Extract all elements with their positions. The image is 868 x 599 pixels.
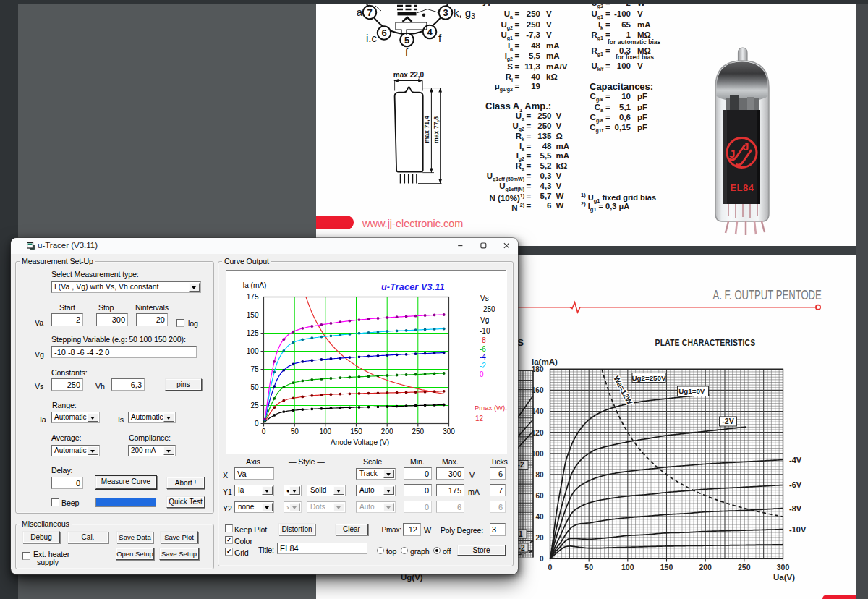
svg-text:100: 100 [621,563,634,572]
svg-text:Anode Voltage (V): Anode Voltage (V) [331,438,389,446]
svg-text:300: 300 [777,563,790,572]
svg-text:Ua(V): Ua(V) [773,573,795,582]
svg-text:max 71,4: max 71,4 [423,116,430,143]
svg-text:250: 250 [483,305,495,313]
svg-text:6: 6 [381,27,386,38]
svg-text:-10V: -10V [789,525,807,534]
svg-text:60: 60 [535,492,544,500]
svg-text:40: 40 [535,513,544,521]
svg-text:Vs =: Vs = [480,294,495,302]
svg-text:0: 0 [480,370,484,378]
svg-text:75: 75 [250,365,259,373]
svg-text:150: 150 [350,428,362,436]
svg-text:0: 0 [255,420,259,428]
svg-text:-6V: -6V [789,480,802,489]
svg-text:max 77,8: max 77,8 [433,116,440,143]
svg-text:7: 7 [367,7,372,18]
svg-text:300: 300 [443,428,455,436]
svg-text:50: 50 [584,563,593,572]
svg-text:250: 250 [412,428,424,436]
svg-text:100: 100 [247,347,259,355]
svg-text:12: 12 [475,415,484,422]
svg-text:k, g3: k, g3 [454,7,475,20]
svg-text:200: 200 [381,428,393,436]
svg-text:a: a [357,6,363,18]
svg-text:0: 0 [540,555,544,563]
svg-text:-6: -6 [480,345,486,353]
svg-text:-2V: -2V [722,417,733,425]
svg-text:J: J [729,148,735,160]
svg-text:3: 3 [443,7,448,18]
svg-text:5: 5 [404,35,409,46]
svg-text:f: f [438,32,442,44]
svg-text:i.c: i.c [366,32,378,44]
svg-text:20: 20 [535,534,544,542]
svg-text:Ug2=250V: Ug2=250V [631,374,666,382]
svg-text:-8: -8 [480,336,486,344]
svg-text:-2: -2 [480,362,486,370]
svg-text:-8V: -8V [789,504,802,513]
svg-text:4: 4 [427,27,433,38]
svg-text:200: 200 [699,563,712,572]
svg-text:100: 100 [319,428,331,436]
svg-text:175: 175 [247,293,259,301]
svg-text:-10: -10 [480,327,490,335]
svg-text:-4V: -4V [789,456,802,464]
svg-text:J: J [743,140,749,153]
svg-text:50: 50 [291,428,299,436]
svg-text:-2: -2 [519,544,525,552]
svg-text:Ia(mA): Ia(mA) [532,357,558,366]
svg-text:0: 0 [548,563,553,572]
svg-text:EL84: EL84 [730,182,754,193]
svg-text:Vg: Vg [480,316,489,324]
svg-text:250: 250 [738,563,751,572]
svg-text:Ug1=0V: Ug1=0V [678,387,705,395]
svg-text:Pmax (W):: Pmax (W): [475,404,507,412]
svg-text:150: 150 [660,563,673,572]
svg-text:0: 0 [262,428,266,436]
svg-text:-2: -2 [518,461,524,469]
svg-text:50: 50 [250,383,259,391]
svg-text:150: 150 [247,311,259,319]
svg-text:f: f [405,46,409,59]
svg-text:Ia (mA): Ia (mA) [243,281,267,289]
svg-text:u-Tracer V3.11: u-Tracer V3.11 [381,282,445,292]
svg-text:-4: -4 [480,353,486,361]
svg-text:80: 80 [535,471,544,479]
svg-text:25: 25 [250,402,259,409]
svg-text:max 22,0: max 22,0 [393,71,425,79]
svg-text:125: 125 [247,329,259,337]
